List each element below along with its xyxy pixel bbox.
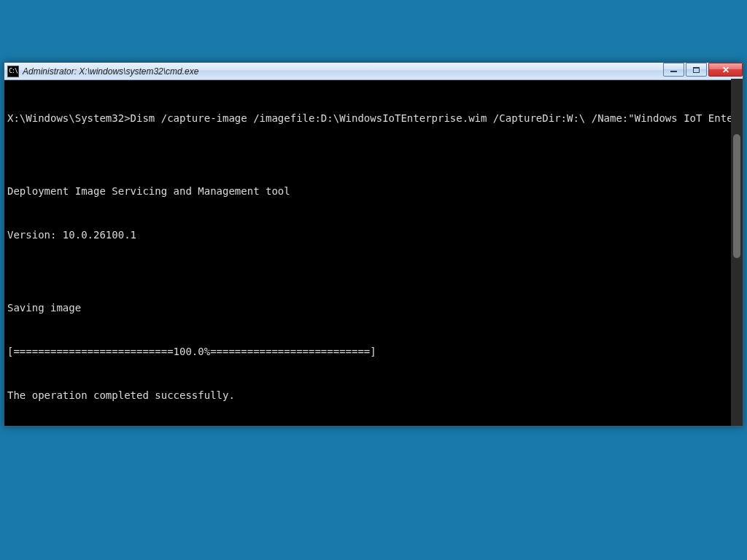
terminal-line: The operation completed successfully. (7, 388, 740, 402)
close-button[interactable]: ✕ (708, 63, 743, 77)
terminal-line: Deployment Image Servicing and Managemen… (7, 184, 740, 198)
terminal-line: [==========================100.0%=======… (7, 344, 740, 359)
scrollbar-thumb[interactable] (733, 134, 740, 258)
cmd-window: C:\ Administrator: X:\windows\system32\c… (4, 62, 743, 427)
terminal-line: Version: 10.0.26100.1 (7, 228, 740, 242)
close-icon: ✕ (722, 66, 729, 74)
minimize-icon (670, 71, 677, 72)
window-title: Administrator: X:\windows\system32\cmd.e… (23, 66, 198, 77)
terminal-line: Saving image (7, 300, 740, 315)
vertical-scrollbar[interactable] (731, 79, 743, 426)
maximize-button[interactable] (686, 63, 707, 77)
maximize-icon (693, 67, 700, 73)
title-bar[interactable]: C:\ Administrator: X:\windows\system32\c… (4, 63, 743, 80)
terminal-output[interactable]: X:\Windows\System32>Dism /capture-image … (4, 80, 743, 426)
terminal-line: X:\Windows\System32>Dism /capture-image … (7, 111, 740, 125)
window-controls: ✕ (662, 63, 743, 77)
cmd-icon: C:\ (7, 66, 19, 77)
minimize-button[interactable] (663, 63, 684, 77)
